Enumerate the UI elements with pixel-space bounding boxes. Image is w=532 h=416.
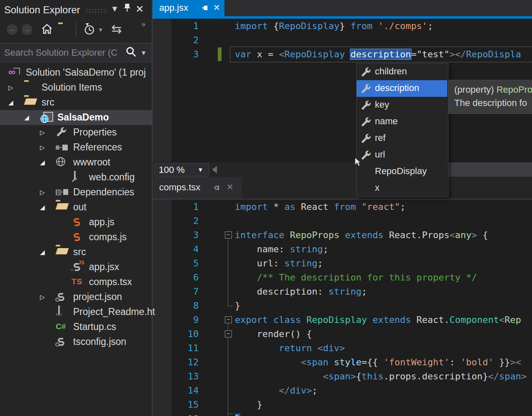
tree-item-comps-js[interactable]: comps.js: [0, 230, 152, 245]
intellisense-popup: childrendescriptionkeynamerefurlRepoDisp…: [356, 63, 448, 197]
search-input[interactable]: Search Solution Explorer (C: [4, 47, 118, 58]
tree-item-app-jsx[interactable]: JS‹›app.jsx: [0, 260, 152, 275]
completion-item-name[interactable]: name: [357, 113, 447, 130]
tree-item-label: app.js: [89, 217, 114, 228]
tree-item-references[interactable]: ▷References: [0, 140, 152, 155]
expander-expanded-icon[interactable]: ◢: [6, 98, 16, 108]
expander-collapsed-icon[interactable]: ▷: [37, 128, 47, 138]
line-number: 3: [171, 228, 199, 242]
code-token: span: [499, 371, 521, 382]
zoom-select[interactable]: 100 % ▾: [154, 163, 209, 177]
wrench-icon: [360, 84, 371, 94]
completion-item-description[interactable]: description: [357, 80, 447, 97]
fold-collapse-icon[interactable]: −: [225, 330, 232, 337]
toolbar-divider: [76, 22, 76, 36]
code-token: }: [340, 21, 351, 31]
tab-app-jsx[interactable]: app.jsx ✕: [153, 0, 224, 16]
panel-titlebar[interactable]: Solution Explorer ▼ ✕: [0, 0, 152, 20]
expander-collapsed-icon[interactable]: ▷: [37, 292, 47, 302]
close-icon[interactable]: ✕: [213, 2, 220, 12]
code-token: return: [279, 343, 318, 353]
tab-app-jsx-label: app.jsx: [159, 2, 188, 13]
tree-item-wwwroot[interactable]: ◢wwwroot: [0, 155, 152, 170]
tree-item-out[interactable]: ◢out: [0, 200, 152, 215]
code-token: string: [328, 286, 361, 297]
expander-expanded-icon[interactable]: ◢: [37, 247, 47, 257]
close-icon[interactable]: ✕: [227, 182, 234, 192]
tree-item-dependencies[interactable]: ▷Dependencies: [0, 185, 152, 200]
code-token: *: [273, 202, 285, 212]
tree-item-project-readme-ht[interactable]: ‹●›Project_Readme.ht: [0, 305, 152, 320]
fold-collapse-icon[interactable]: −: [225, 231, 232, 239]
close-icon[interactable]: ✕: [135, 3, 144, 15]
back-icon[interactable]: ←: [7, 24, 17, 35]
tree-item-label: comps.tsx: [89, 276, 132, 288]
home-icon[interactable]: [41, 22, 53, 35]
code-token: >: [350, 371, 356, 382]
code-token: string: [284, 258, 317, 268]
editor-comps-tsx[interactable]: 1import * as React from "react";23−inter…: [153, 199, 532, 416]
code-token: <: [279, 49, 284, 59]
code-token: Rep: [505, 315, 521, 325]
tree-item-src[interactable]: ◢src: [0, 95, 152, 110]
expander-collapsed-icon[interactable]: ▷: [37, 187, 47, 197]
globe-icon: [56, 157, 68, 168]
fold-collapse-icon[interactable]: −: [225, 316, 232, 323]
search-box[interactable]: Search Solution Explorer (C ▾: [0, 43, 152, 62]
code-token: <: [301, 357, 306, 367]
tree-item-app-js[interactable]: app.js: [0, 215, 152, 230]
tooltip-signature-type: RepoPro: [496, 84, 532, 95]
chevron-down-icon[interactable]: ▾: [99, 26, 102, 34]
line-number: 5: [171, 256, 199, 271]
expander-collapsed-icon[interactable]: ▷: [37, 143, 47, 153]
code-token: </: [279, 385, 290, 396]
tree-item-project-json[interactable]: ▷project.json: [0, 290, 152, 305]
project-web-icon: [40, 112, 52, 123]
tree-item-comps-tsx[interactable]: TScomps.tsx: [0, 275, 152, 290]
code-token: <: [450, 230, 455, 240]
expander-expanded-icon[interactable]: ◢: [37, 202, 47, 212]
tree-item-src[interactable]: ◢src: [0, 245, 152, 260]
pin-icon[interactable]: [202, 5, 208, 11]
overflow-chevrons-icon[interactable]: »: [141, 20, 145, 29]
pin-icon[interactable]: [123, 3, 131, 12]
chevron-down-icon[interactable]: ▾: [142, 48, 145, 57]
completion-item-repodisplay[interactable]: RepoDisplay: [357, 163, 447, 180]
completion-item-key[interactable]: key: [357, 97, 447, 113]
completion-item-x[interactable]: x: [357, 180, 447, 197]
line-number: 3: [171, 47, 199, 62]
sync-icon[interactable]: ⇆: [111, 22, 122, 36]
expander-collapsed-icon[interactable]: ▷: [6, 83, 16, 93]
completion-item-children[interactable]: children: [357, 64, 447, 80]
completion-item-ref[interactable]: ref: [357, 130, 447, 147]
pin-icon[interactable]: [213, 185, 220, 191]
completion-item-url[interactable]: url: [357, 147, 447, 163]
solution-icon: ∞: [8, 67, 21, 79]
tree-item-startup-cs[interactable]: C#Startup.cs: [0, 320, 152, 335]
expander-expanded-icon[interactable]: ◢: [37, 158, 47, 167]
tree-item-salsademo[interactable]: ◢SalsaDemo: [0, 110, 152, 125]
tab-comps-tsx[interactable]: comps.tsx ✕: [153, 177, 242, 199]
code-line-9: 9−export class RepoDisplay extends React…: [153, 313, 532, 327]
code-token: <: [499, 315, 505, 325]
tab-comps-tsx-label: comps.tsx: [159, 182, 200, 193]
search-magnifier-icon[interactable]: [125, 46, 137, 58]
tree-item-solution-items[interactable]: ▷Solution Items: [0, 80, 152, 95]
tree-item-web-config[interactable]: web.config: [0, 170, 152, 185]
tree-item-solution-salsademo-1-proj[interactable]: ∞Solution 'SalsaDemo' (1 proj: [0, 65, 152, 80]
tree-item-properties[interactable]: ▷Properties: [0, 125, 152, 140]
code-token: .props.description}: [384, 371, 488, 382]
code-token: {: [273, 21, 279, 31]
code-token: {: [356, 371, 361, 382]
code-token: ={{: [362, 357, 384, 367]
tree-item-label: Solution Items: [42, 82, 102, 93]
code-token: x =: [257, 49, 279, 59]
tree-item-tsconfig-json[interactable]: tsconfig.json: [0, 335, 152, 350]
expander-expanded-icon[interactable]: ◢: [22, 113, 32, 123]
hscroll-left-arrow-icon[interactable]: [212, 166, 217, 173]
vs-window: app.jsx ✕ 1import {RepoDisplay} from './…: [0, 0, 532, 416]
pending-changes-filter-icon[interactable]: [82, 22, 96, 36]
line-number: 11: [171, 341, 199, 355]
forward-icon[interactable]: →: [22, 24, 32, 35]
chevron-down-icon[interactable]: ▼: [111, 4, 119, 14]
